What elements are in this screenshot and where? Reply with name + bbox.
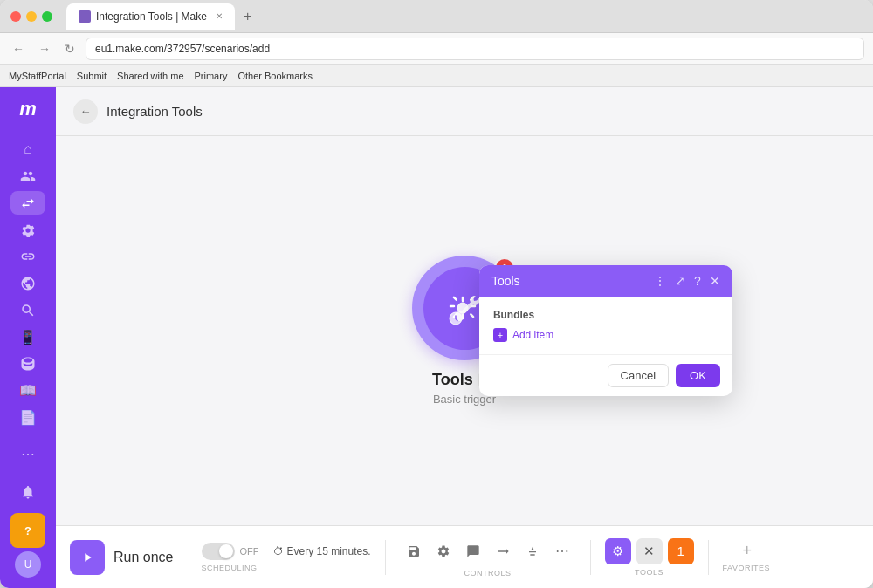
add-item-icon: + <box>493 328 507 342</box>
content-header: ← Integration Tools <box>56 87 873 136</box>
divider-1 <box>385 540 386 575</box>
ok-button[interactable]: OK <box>676 364 720 387</box>
tools-gear-icon[interactable]: ⚙ <box>605 538 631 564</box>
dialog-expand-icon[interactable]: ⤢ <box>675 274 685 288</box>
settings-button[interactable] <box>430 537 457 565</box>
active-tab[interactable]: Integration Tools | Make ✕ <box>66 3 235 30</box>
page-title: Integration Tools <box>107 104 203 119</box>
bookmark-other[interactable]: Other Bookmarks <box>237 71 313 81</box>
maximize-button[interactable] <box>42 11 52 22</box>
sidebar-bottom: ⋯ ? U <box>10 436 45 578</box>
bottom-toolbar: Run once OFF ⏱ Every 15 minutes. <box>56 525 873 588</box>
tab-favicon <box>79 10 91 23</box>
traffic-lights <box>10 11 52 22</box>
tools-flow-icon[interactable]: ✕ <box>636 538 663 564</box>
sidebar-item-help[interactable]: ? <box>10 513 45 548</box>
notes-button[interactable] <box>459 537 487 565</box>
dialog-body: Bundles + Add item <box>479 297 732 354</box>
sidebar-item-phone[interactable]: 📱 <box>10 325 45 349</box>
sidebar-user-avatar[interactable]: U <box>15 551 41 578</box>
cancel-button[interactable]: Cancel <box>608 364 669 387</box>
add-favorite-button[interactable]: + <box>742 542 752 560</box>
tools-icons: ⚙ ✕ 1 <box>605 538 694 564</box>
back-nav-button[interactable]: ← <box>9 40 28 58</box>
toggle-switch[interactable] <box>202 543 235 560</box>
save-button[interactable] <box>400 537 428 565</box>
schedule-toggle[interactable]: OFF <box>202 543 259 560</box>
close-button[interactable] <box>10 11 21 22</box>
app-container: m ⌂ 📱 📖 <box>0 87 873 588</box>
favorites-section: + FAVORITES <box>723 542 770 572</box>
toggle-knob <box>219 544 233 558</box>
bookmark-submit[interactable]: Submit <box>77 71 107 81</box>
sidebar-logo: m <box>19 98 37 120</box>
content-area: ← Integration Tools <box>56 87 873 588</box>
divider-2 <box>590 540 591 575</box>
dialog-help-icon[interactable]: ? <box>694 274 701 288</box>
tools-label: TOOLS <box>635 568 663 577</box>
favorites-controls: + <box>740 542 752 560</box>
sidebar-item-more[interactable]: ⋯ <box>10 436 45 471</box>
schedule-text-value: Every 15 minutes. <box>287 545 371 557</box>
add-item-label: Add item <box>512 329 553 341</box>
controls-label: CONTROLS <box>464 569 512 578</box>
tools-dialog: Tools ⋮ ⤢ ? ✕ Bundles + <box>479 265 732 396</box>
dialog-overlay: Tools ⋮ ⤢ ? ✕ Bundles + <box>479 265 732 396</box>
forward-nav-button[interactable]: → <box>35 40 54 58</box>
flow-button[interactable] <box>489 537 517 565</box>
scheduling-label: SCHEDULING <box>202 564 258 572</box>
tools-orange-icon[interactable]: 1 <box>668 538 694 564</box>
sidebar-item-search[interactable] <box>10 298 45 322</box>
play-icon <box>80 550 94 564</box>
sidebar-item-home[interactable]: ⌂ <box>10 138 45 161</box>
divider-3 <box>708 540 709 575</box>
more-button[interactable]: ⋯ <box>548 537 576 565</box>
back-arrow-icon: ← <box>80 105 92 118</box>
dialog-footer: Cancel OK <box>479 354 732 396</box>
new-tab-button[interactable]: + <box>238 9 257 24</box>
tab-bar: Integration Tools | Make ✕ + <box>66 3 863 30</box>
title-bar: Integration Tools | Make ✕ + <box>0 0 873 33</box>
schedule-time: ⏱ Every 15 minutes. <box>273 545 371 557</box>
sidebar-item-notifications[interactable] <box>10 475 45 509</box>
dialog-title: Tools <box>491 274 520 288</box>
scheduling-top: OFF ⏱ Every 15 minutes. <box>202 543 371 560</box>
scheduling-section: OFF ⏱ Every 15 minutes. SCHEDULING <box>202 543 371 572</box>
align-button[interactable] <box>519 537 546 565</box>
clock-icon: ⏱ <box>273 545 284 557</box>
sidebar-item-scenarios[interactable] <box>10 191 45 215</box>
sidebar-item-docs[interactable]: 📄 <box>10 406 45 429</box>
toggle-label: OFF <box>240 546 259 557</box>
tab-close-icon[interactable]: ✕ <box>216 11 223 21</box>
sidebar: m ⌂ 📱 📖 <box>0 87 56 588</box>
run-once-play-button[interactable] <box>70 540 105 575</box>
sidebar-item-book[interactable]: 📖 <box>10 379 45 403</box>
address-bar: ← → ↻ eu1.make.com/372957/scenarios/add <box>0 33 873 65</box>
sidebar-item-apps[interactable] <box>10 218 45 242</box>
dialog-header: Tools ⋮ ⤢ ? ✕ <box>479 265 732 297</box>
sidebar-item-connections[interactable] <box>10 245 45 269</box>
dialog-section-label: Bundles <box>493 309 718 321</box>
dialog-header-actions: ⋮ ⤢ ? ✕ <box>654 274 720 288</box>
sidebar-item-database[interactable] <box>10 352 45 376</box>
sidebar-item-globe[interactable] <box>10 272 45 296</box>
bookmarks-bar: MyStaffPortal Submit Shared with me Prim… <box>0 65 873 87</box>
run-once-label: Run once <box>113 550 174 565</box>
bookmark-shared[interactable]: Shared with me <box>117 71 183 81</box>
favorites-label: FAVORITES <box>723 564 770 572</box>
minimize-button[interactable] <box>26 11 37 22</box>
bookmark-mystaffportal[interactable]: MyStaffPortal <box>9 71 66 81</box>
controls-section: ⋯ CONTROLS <box>400 537 576 578</box>
dialog-close-icon[interactable]: ✕ <box>710 274 720 288</box>
url-text: eu1.make.com/372957/scenarios/add <box>95 43 270 55</box>
canvas-area[interactable]: 1 Tools 3 Basic trigger Tools ⋮ <box>56 136 873 525</box>
add-item-button[interactable]: + Add item <box>493 328 718 342</box>
tools-section: ⚙ ✕ 1 TOOLS <box>605 538 694 577</box>
sidebar-item-team[interactable] <box>10 165 45 188</box>
url-input[interactable]: eu1.make.com/372957/scenarios/add <box>86 38 864 60</box>
tab-title: Integration Tools | Make <box>96 10 207 23</box>
back-button[interactable]: ← <box>73 99 98 124</box>
bookmark-primary[interactable]: Primary <box>195 71 228 81</box>
dialog-more-icon[interactable]: ⋮ <box>654 274 666 288</box>
refresh-nav-button[interactable]: ↻ <box>61 40 79 58</box>
